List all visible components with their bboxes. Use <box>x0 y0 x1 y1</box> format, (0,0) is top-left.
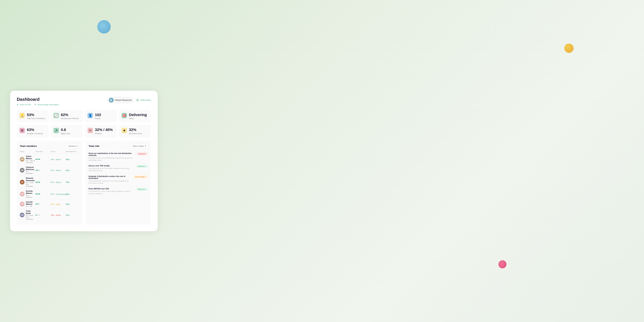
table-row[interactable]: CM Cameron Mckinney R2 – Developer 53% –… <box>20 165 79 176</box>
metric2-icon-3: ★ <box>122 128 127 133</box>
dot <box>39 193 40 194</box>
metrics-row-1: 💡 53% Total Team Contribution 📈 62% Deve… <box>17 110 151 122</box>
blob-pink-decoration <box>498 260 506 268</box>
potential-dots <box>36 204 51 204</box>
potential-dots <box>36 214 51 216</box>
team-info-item-title-1: Source over 70% locally <box>88 165 134 167</box>
blob-orange-decoration <box>564 44 574 53</box>
team-info-item-0[interactable]: Grow our marketshare in the low end dist… <box>88 150 148 163</box>
metric2-label-2: Diversity <box>95 132 113 134</box>
dot <box>39 214 40 216</box>
table-header: NamePotential ↕Score ↕Development ↕ <box>20 150 79 154</box>
status-label-1: Awesome <box>138 165 145 167</box>
member-name-1: Cameron Mckinney <box>26 166 36 170</box>
member-avatar-2: EA <box>20 180 24 184</box>
table-row[interactable]: AW Annette Watson R4 – Designer 97% – Ou… <box>20 189 79 200</box>
team-info-item-title-0: Grow our marketshare in the low end dist… <box>88 152 135 156</box>
member-score-text-4: 31% – Gaps <box>51 203 60 205</box>
status-badge-1: Awesome › <box>136 165 148 168</box>
team-members-section: Team members General ▾ NamePotential ↕Sc… <box>17 141 82 224</box>
team-info-header: Team info Team Culture ▾ <box>88 144 148 148</box>
member-details-2: Eduardo Alexander R3 – Front-End Develop… <box>26 177 36 187</box>
member-name-3: Annette Watson <box>26 190 36 194</box>
member-name-5: Cody Webb <box>26 210 36 214</box>
member-details-4: Annette Watson R5 – HR <box>26 201 36 207</box>
members-table: NamePotential ↕Score ↕Development ↕ AW A… <box>20 150 79 222</box>
team-info-item-desc-0: Our share in the Low End distribution ch… <box>88 157 135 161</box>
status-badge-0: Not good › <box>137 152 148 156</box>
team-info-item-2[interactable]: Integrate 4 distribution centers into on… <box>88 174 148 186</box>
team-info-item-desc-3: Current EBITDA is 18%. Better supply con… <box>88 190 134 195</box>
save-pdf-button[interactable]: ⬇ Save as PDF <box>17 103 31 106</box>
table-row[interactable]: AW Annette Watson R5 – HR 31% – Gaps38% <box>20 200 79 209</box>
member-score-text-2: 67% – Meets <box>51 181 61 183</box>
team-info-title: Team info <box>88 145 100 148</box>
member-score-text-0: 46% – Meets <box>51 158 61 160</box>
dot <box>36 159 37 160</box>
team-info-text-1: Source over 70% locally Sourcing needs t… <box>88 165 136 172</box>
member-name-4: Annette Watson <box>26 201 36 205</box>
member-score-2: 67% – Meets <box>51 180 66 184</box>
dot <box>36 193 37 194</box>
metric2-label-3: Net Talent Score <box>129 132 142 134</box>
table-header-cell: Name <box>20 150 36 152</box>
member-info-4: AW Annette Watson R5 – HR <box>20 201 36 207</box>
member-potential-5 <box>36 214 51 216</box>
header: Dashboard ⬇ Save as PDF 👁 Show people in… <box>17 97 151 106</box>
team-members-dropdown-label: General <box>68 145 75 147</box>
potential-dots <box>36 193 51 194</box>
metric-icon-1: 📈 <box>54 113 59 118</box>
metric2-card-1: ↗ 0.6 Agility Index <box>51 125 83 137</box>
dot <box>36 204 37 204</box>
metric-card-0: 💡 53% Total Team Contribution <box>17 110 49 122</box>
table-row[interactable]: AW Arthur Wilson R1 – CEO at Chili Labs … <box>20 154 79 165</box>
member-avatar-4: AW <box>20 202 24 206</box>
team-avatar <box>109 98 114 102</box>
metric-content-1: 62% Development Potential <box>61 113 79 120</box>
team-info-list: Grow our marketshare in the low end dist… <box>88 150 148 196</box>
member-info-5: CW Cody Webb R6 – Back-End Developer <box>20 210 36 220</box>
member-details-1: Cameron Mckinney R2 – Developer <box>26 166 36 174</box>
show-people-button[interactable]: 👁 Show people information <box>34 103 59 106</box>
team-info-item-3[interactable]: Drive EBITDA over 23% Current EBITDA is … <box>88 186 148 196</box>
team-info-item-title-3: Drive EBITDA over 23% <box>88 188 134 190</box>
header-right: Human Resources Select team <box>107 97 151 104</box>
member-role-5: R6 – Back-End Developer <box>26 214 36 220</box>
metric2-card-2: ♾ 32% / 40% Diversity <box>85 125 117 137</box>
member-info-0: AW Arthur Wilson R1 – CEO at Chili Labs <box>20 155 36 163</box>
member-score-0: 46% – Meets <box>51 158 66 161</box>
member-development-4: 38% <box>66 202 79 206</box>
metric-value-3: Delivering <box>129 113 147 117</box>
team-members-dropdown[interactable]: General ▾ <box>66 144 79 148</box>
member-avatar-1: CM <box>20 168 24 172</box>
dot <box>37 204 38 204</box>
team-info-dropdown[interactable]: Team Culture ▾ <box>131 144 148 148</box>
team-info-item-1[interactable]: Source over 70% locally Sourcing needs t… <box>88 163 148 174</box>
member-name-0: Arthur Wilson <box>26 155 36 160</box>
member-potential-4 <box>36 204 51 204</box>
metric2-content-0: 63% Strategic Complexity <box>27 128 43 134</box>
status-label-3: Awesome <box>138 188 145 190</box>
member-name-2: Eduardo Alexander <box>26 177 36 182</box>
dropdown-chevron-icon: ▾ <box>76 145 77 147</box>
member-role-3: R4 – Designer <box>26 194 36 198</box>
metric-label-3: Status <box>129 118 147 120</box>
table-row[interactable]: EA Eduardo Alexander R3 – Front-End Deve… <box>20 176 79 188</box>
dot <box>39 182 40 183</box>
dot <box>37 193 38 194</box>
member-development-pct-4: 38% <box>66 203 70 205</box>
metric-icon-0: 💡 <box>20 113 25 118</box>
svg-point-3 <box>111 100 112 101</box>
table-row[interactable]: CW Cody Webb R6 – Back-End Developer 19%… <box>20 209 79 221</box>
metric-content-0: 53% Total Team Contribution <box>27 113 45 120</box>
metric2-value-1: 0.6 <box>61 128 70 132</box>
metric2-content-3: 32% Net Talent Score <box>129 128 142 134</box>
member-role-2: R3 – Front-End Developer <box>26 182 36 187</box>
metric-label-0: Total Team Contribution <box>27 118 45 120</box>
metric-content-3: Delivering Status <box>129 113 147 120</box>
member-development-5: 27% <box>66 214 79 216</box>
member-role-1: R2 – Developer <box>26 170 36 174</box>
metric2-card-3: ★ 32% Net Talent Score <box>119 125 151 137</box>
select-team-button[interactable]: Select team <box>136 98 151 102</box>
status-badge-3: Awesome › <box>136 188 148 191</box>
